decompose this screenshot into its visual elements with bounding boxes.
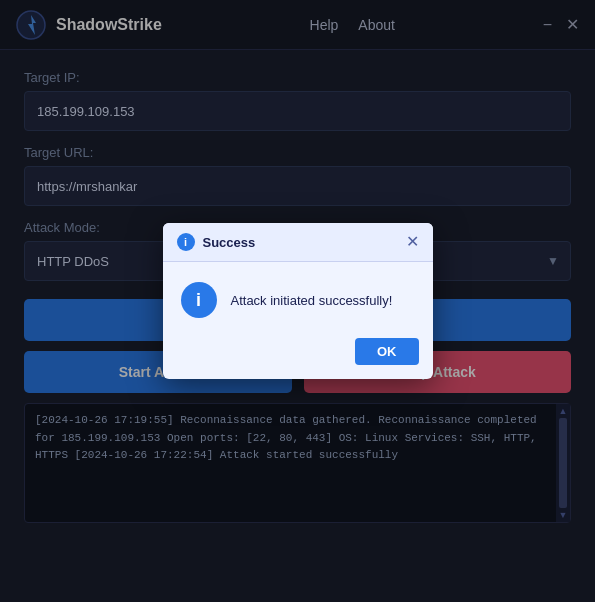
modal-dialog: i Success ✕ i Attack initiated successfu… [163,223,433,379]
modal-close-button[interactable]: ✕ [406,234,419,250]
modal-title-row: i Success [177,233,256,251]
modal-message: Attack initiated successfully! [231,293,393,308]
modal-info-icon: i [181,282,217,318]
modal-body: i Attack initiated successfully! [163,262,433,332]
modal-header: i Success ✕ [163,223,433,262]
modal-overlay: i Success ✕ i Attack initiated successfu… [0,0,595,602]
modal-footer: OK [163,332,433,379]
modal-title: Success [203,235,256,250]
ok-button[interactable]: OK [355,338,419,365]
modal-header-icon: i [177,233,195,251]
